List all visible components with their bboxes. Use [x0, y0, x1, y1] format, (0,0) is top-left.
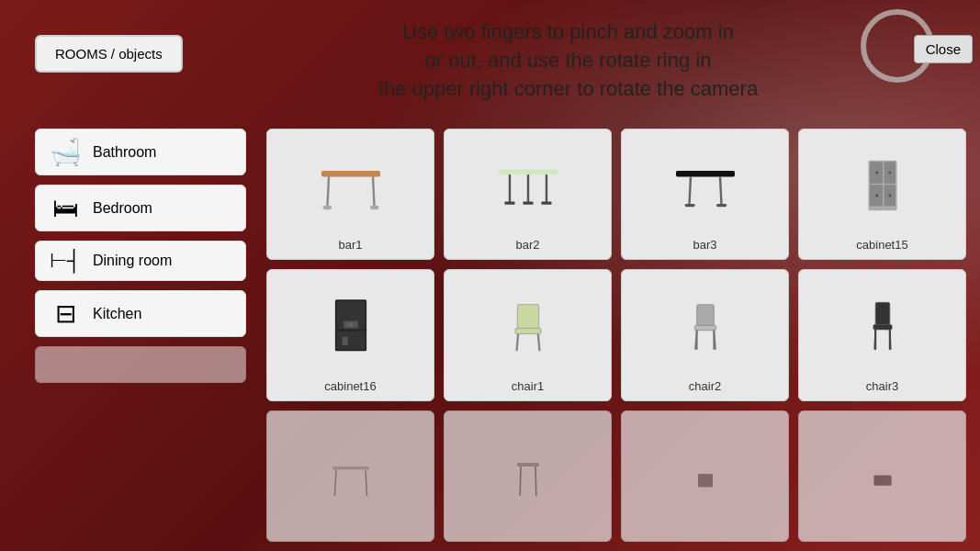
- item9-icon: [314, 442, 388, 506]
- object-bar2[interactable]: bar2: [444, 129, 612, 260]
- chair1-label: chair1: [512, 379, 544, 393]
- svg-point-22: [875, 172, 878, 174]
- bathroom-icon: 🛁: [49, 137, 82, 167]
- svg-rect-12: [676, 171, 735, 176]
- svg-rect-34: [515, 329, 541, 334]
- svg-rect-43: [875, 303, 890, 326]
- object-chair3[interactable]: chair3: [798, 269, 966, 400]
- cabinet16-icon: [314, 294, 388, 358]
- sidebar-item-label: Kitchen: [93, 306, 141, 322]
- sidebar-item-kitchen[interactable]: ⊟ Kitchen: [35, 290, 246, 337]
- svg-rect-5: [499, 170, 558, 175]
- bedroom-icon: 🛏: [49, 193, 82, 223]
- object-chair2[interactable]: chair2: [621, 269, 789, 400]
- svg-line-51: [366, 470, 367, 497]
- object-cabinet16[interactable]: cabinet16: [266, 269, 434, 400]
- chair1-icon: [491, 294, 565, 358]
- svg-point-4: [369, 206, 378, 210]
- object-item9[interactable]: [266, 410, 434, 542]
- svg-rect-10: [523, 202, 533, 205]
- cabinet16-preview: [275, 277, 426, 375]
- sidebar-item-label: Bedroom: [93, 200, 152, 217]
- svg-rect-38: [694, 326, 715, 331]
- item9-preview: [275, 419, 426, 530]
- svg-point-25: [888, 194, 891, 197]
- object-item10[interactable]: [444, 410, 612, 542]
- object-bar1[interactable]: bar1: [266, 129, 434, 260]
- sidebar: 🛁 Bathroom 🛏 Bedroom ⊢┤ Dining room ⊟ Ki…: [35, 129, 246, 383]
- svg-line-35: [516, 334, 518, 352]
- cabinet16-label: cabinet16: [324, 379, 376, 393]
- chair3-label: chair3: [866, 379, 898, 393]
- sidebar-item-more[interactable]: [35, 346, 246, 383]
- object-chair1[interactable]: chair1: [444, 269, 612, 400]
- svg-point-24: [875, 194, 878, 197]
- item10-icon: [491, 442, 565, 506]
- object-item12[interactable]: [798, 410, 966, 542]
- svg-line-1: [327, 177, 329, 208]
- rooms-objects-button[interactable]: ROOMS / objects: [35, 35, 183, 73]
- item12-preview: [806, 419, 958, 530]
- cabinet15-icon: [846, 153, 919, 218]
- svg-rect-56: [873, 476, 891, 486]
- svg-rect-49: [332, 467, 369, 469]
- bar2-preview: [452, 137, 603, 234]
- bar1-preview: [275, 137, 426, 234]
- svg-rect-52: [517, 463, 539, 467]
- svg-rect-15: [684, 204, 694, 207]
- bar3-label: bar3: [693, 238, 716, 252]
- chair2-preview: [629, 277, 781, 375]
- bar1-icon: [314, 153, 388, 218]
- svg-line-36: [537, 334, 539, 352]
- bar2-icon: [491, 153, 565, 218]
- bar2-label: bar2: [515, 238, 539, 252]
- svg-rect-9: [504, 202, 514, 205]
- chair2-icon: [669, 294, 742, 358]
- svg-rect-11: [541, 202, 551, 205]
- svg-point-3: [322, 206, 332, 210]
- sidebar-item-bathroom[interactable]: 🛁 Bathroom: [35, 129, 246, 175]
- chair3-icon: [846, 294, 919, 358]
- item11-preview: [629, 419, 781, 530]
- close-button[interactable]: Close: [914, 35, 973, 63]
- svg-rect-16: [716, 204, 727, 207]
- object-bar3[interactable]: bar3: [621, 129, 789, 260]
- bar1-label: bar1: [338, 238, 362, 252]
- svg-line-2: [373, 177, 375, 208]
- svg-rect-37: [696, 305, 714, 326]
- svg-point-23: [888, 172, 891, 174]
- svg-rect-0: [321, 171, 380, 176]
- item11-icon: [669, 442, 742, 506]
- svg-line-53: [520, 467, 521, 496]
- svg-point-31: [348, 323, 353, 328]
- svg-line-13: [689, 177, 691, 207]
- svg-rect-32: [342, 337, 347, 345]
- object-cabinet15[interactable]: cabinet15: [798, 129, 966, 260]
- svg-line-14: [720, 177, 722, 207]
- instruction-text: Use two fingers to pinch and zoom in or …: [248, 18, 888, 103]
- svg-line-54: [535, 467, 536, 496]
- sidebar-item-label: Dining room: [93, 253, 172, 269]
- item10-preview: [452, 419, 603, 530]
- chair1-preview: [452, 277, 603, 375]
- bar3-preview: [629, 137, 781, 234]
- cabinet15-preview: [806, 137, 958, 234]
- chair2-label: chair2: [689, 379, 721, 393]
- cabinet15-label: cabinet15: [856, 238, 907, 252]
- chair3-preview: [806, 277, 958, 375]
- objects-grid: bar1 bar2 bar3: [266, 129, 966, 542]
- sidebar-item-bedroom[interactable]: 🛏 Bedroom: [35, 185, 246, 231]
- kitchen-icon: ⊟: [49, 298, 82, 329]
- item12-icon: [846, 442, 919, 506]
- sidebar-item-dining-room[interactable]: ⊢┤ Dining room: [35, 241, 246, 281]
- object-item11[interactable]: [621, 410, 789, 542]
- svg-rect-44: [873, 325, 891, 330]
- sidebar-item-label: Bathroom: [93, 144, 156, 161]
- svg-rect-33: [517, 305, 538, 330]
- dining-room-icon: ⊢┤: [49, 249, 82, 273]
- svg-rect-28: [336, 332, 365, 350]
- svg-line-50: [334, 470, 336, 497]
- svg-rect-55: [698, 474, 713, 487]
- bar3-icon: [669, 153, 742, 218]
